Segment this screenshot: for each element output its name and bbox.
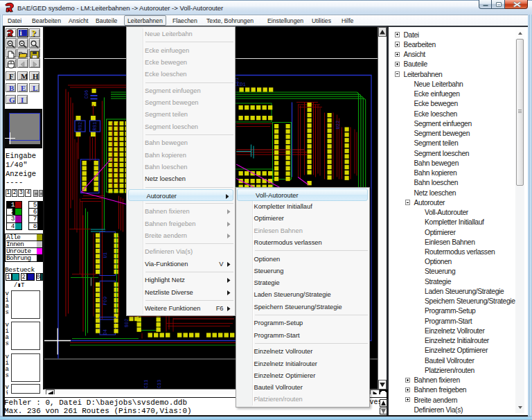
svg-text:802: 802 [124,318,130,327]
svg-text:U22: U22 [335,120,341,129]
svg-text:R82: R82 [78,121,83,130]
svg-text:P09: P09 [103,296,108,305]
svg-text:R81: R81 [92,121,98,130]
svg-text:C11: C11 [143,379,149,388]
svg-text:C13: C13 [157,379,162,388]
svg-text:D4: D4 [103,329,108,335]
svg-text:C96: C96 [84,89,89,98]
svg-text:CD1: CD1 [237,81,246,87]
svg-text:U1: U1 [103,252,108,258]
